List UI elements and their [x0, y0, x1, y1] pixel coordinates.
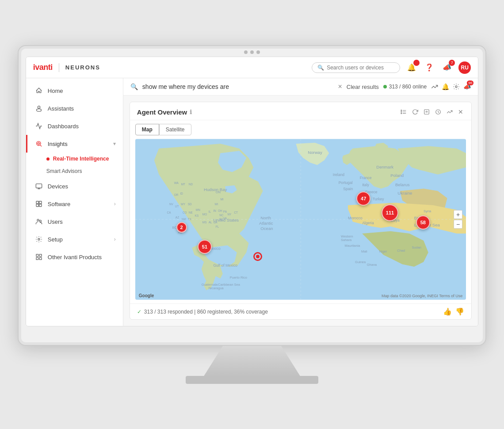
clear-button[interactable]: × — [338, 83, 342, 91]
megaphone-icon[interactable]: 📣 7 — [441, 61, 453, 74]
help-icon[interactable]: ❓ — [423, 61, 435, 74]
svg-rect-5 — [36, 184, 42, 188]
content-area: 🔍 × Clear results 313 / 860 online — [123, 78, 478, 326]
svg-text:Ukraine: Ukraine — [397, 191, 412, 195]
thumbs-up-button[interactable]: 👍 — [443, 307, 452, 316]
map-pin-marker[interactable] — [253, 252, 262, 261]
sidebar-item-assistants[interactable]: Assistants — [26, 100, 123, 117]
svg-rect-18 — [39, 257, 42, 260]
svg-text:Spain: Spain — [343, 187, 353, 191]
sidebar-sub-smart-label: Smart Advisors — [46, 168, 82, 174]
map-marker-5[interactable]: 58 — [416, 215, 430, 230]
sidebar-sub-smart[interactable]: Smart Advisors — [26, 165, 123, 177]
list-view-icon[interactable] — [400, 108, 408, 116]
map-marker-4[interactable]: 111 — [382, 204, 398, 221]
map-tab-satellite[interactable]: Satellite — [159, 124, 191, 135]
global-search-box[interactable]: 🔍 — [312, 62, 400, 73]
clock-icon[interactable] — [434, 108, 442, 116]
sidebar-item-insights[interactable]: Insights ▾ — [26, 135, 123, 153]
map-marker-1[interactable]: 2 — [176, 222, 187, 233]
sidebar-item-other[interactable]: Other Ivanti Products — [26, 248, 123, 266]
svg-rect-17 — [36, 257, 38, 260]
sidebar-item-other-label: Other Ivanti Products — [48, 254, 116, 260]
svg-text:MS: MS — [202, 221, 207, 224]
clear-results-button[interactable]: Clear results — [347, 84, 379, 90]
svg-text:NC: NC — [219, 214, 224, 217]
zoom-in-button[interactable]: + — [454, 210, 462, 219]
top-bar-right: 🔍 🔔 ❓ 📣 7 RU — [312, 61, 471, 74]
svg-text:Sudan: Sudan — [412, 245, 421, 249]
sidebar-item-users[interactable]: Users — [26, 213, 123, 230]
info-icon[interactable]: ℹ — [190, 109, 192, 115]
search-icon: 🔍 — [317, 65, 324, 71]
zoom-out-button[interactable]: − — [454, 220, 462, 229]
svg-text:Guatemala: Guatemala — [202, 283, 218, 287]
close-widget-icon[interactable]: ✕ — [457, 107, 464, 116]
filter-icon[interactable] — [423, 108, 431, 116]
software-icon — [34, 199, 43, 208]
settings-icon[interactable] — [453, 83, 460, 90]
sidebar-item-devices[interactable]: Devices — [26, 177, 123, 195]
svg-text:PA: PA — [223, 210, 227, 213]
svg-point-2 — [37, 142, 41, 146]
map-credit: Map data ©2020 Google, INEGI Terms of Us… — [382, 294, 462, 298]
sidebar-item-setup[interactable]: Setup › — [26, 230, 123, 248]
thumbs-down-button[interactable]: 👎 — [455, 307, 464, 316]
notification-count — [413, 60, 420, 66]
map-tab-map[interactable]: Map — [135, 124, 159, 135]
svg-text:Ireland: Ireland — [333, 172, 344, 177]
trend-icon[interactable] — [431, 83, 438, 90]
map-tabs: Map Satellite — [130, 120, 471, 135]
chevron-right-icon: › — [114, 201, 116, 207]
sidebar-sub-realtime-label: Real-Time Intelligence — [53, 156, 109, 162]
online-dot — [383, 85, 387, 88]
svg-text:AZ: AZ — [176, 216, 179, 219]
svg-text:Denmark: Denmark — [376, 165, 393, 169]
check-icon: ✓ — [137, 309, 141, 315]
svg-text:CO: CO — [183, 211, 187, 214]
search-bar-actions: × Clear results 313 / 860 online — [338, 83, 471, 91]
svg-text:ON: ON — [216, 190, 221, 194]
notification-bell[interactable]: 🔔 — [405, 61, 418, 74]
svg-point-12 — [37, 219, 39, 221]
widget-actions: ✕ — [400, 107, 464, 116]
widget-title: Agent Overview ℹ — [137, 108, 192, 116]
chevron-down-icon: ▾ — [113, 141, 116, 147]
search-input[interactable] — [327, 65, 394, 71]
svg-text:France: France — [360, 176, 372, 180]
sidebar-item-software[interactable]: Software › — [26, 195, 123, 213]
query-input[interactable] — [142, 83, 334, 90]
user-avatar[interactable]: RU — [458, 61, 471, 74]
svg-rect-1 — [37, 109, 42, 111]
svg-text:Algeria: Algeria — [362, 221, 374, 225]
megaphone-count: 7 — [449, 60, 455, 66]
svg-rect-10 — [36, 204, 38, 207]
other-icon — [34, 253, 43, 261]
svg-text:Italy: Italy — [362, 183, 369, 187]
export-icon[interactable] — [446, 108, 454, 116]
svg-text:Guinea: Guinea — [355, 260, 366, 264]
widget-area: Agent Overview ℹ — [123, 96, 478, 326]
svg-text:OR: OR — [174, 193, 179, 196]
svg-text:Chad: Chad — [397, 249, 405, 253]
refresh-icon[interactable] — [411, 108, 419, 116]
svg-text:NE: NE — [189, 211, 193, 214]
svg-rect-15 — [36, 254, 38, 257]
svg-text:MT: MT — [181, 183, 185, 186]
map-marker-3[interactable]: 47 — [356, 192, 370, 206]
sidebar-item-dashboards[interactable]: Dashboards — [26, 117, 123, 135]
sidebar-item-home[interactable]: Home — [26, 82, 123, 100]
online-status: 313 / 860 online — [383, 84, 427, 90]
monitor-dots — [244, 50, 260, 54]
sidebar-sub-realtime[interactable]: Real-Time Intelligence — [26, 153, 123, 165]
svg-text:ND: ND — [189, 183, 193, 186]
active-dot — [46, 157, 50, 161]
svg-text:OH: OH — [218, 209, 222, 212]
svg-text:Portugal: Portugal — [339, 180, 353, 185]
svg-text:UT: UT — [175, 205, 179, 208]
bell-icon[interactable]: 🔔 — [442, 83, 449, 90]
svg-rect-9 — [39, 201, 42, 203]
svg-text:AL: AL — [209, 221, 212, 224]
map-marker-2[interactable]: 51 — [198, 240, 212, 254]
agent-overview-widget: Agent Overview ℹ — [130, 102, 472, 320]
